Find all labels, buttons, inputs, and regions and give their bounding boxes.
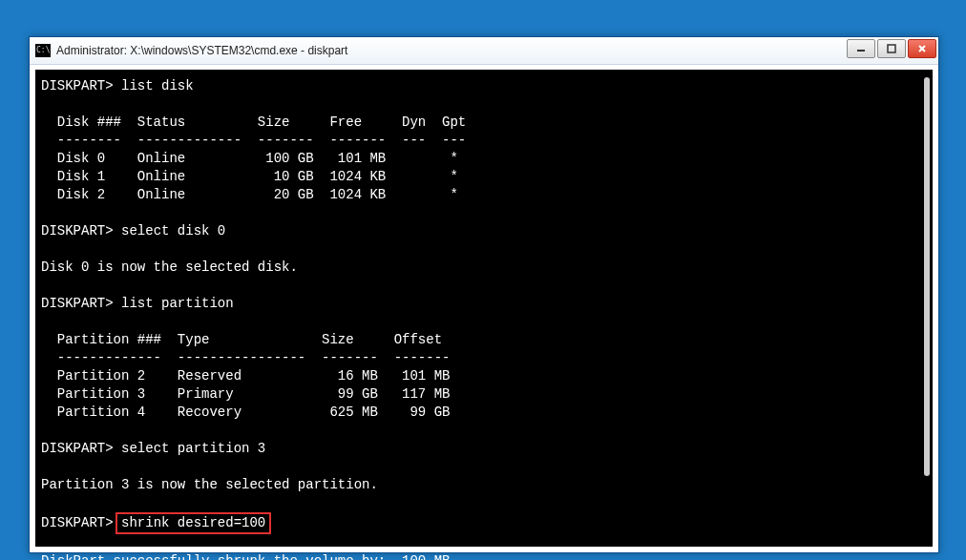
prompt: DISKPART> <box>41 296 114 311</box>
cmd-icon <box>35 44 51 57</box>
prompt: DISKPART> <box>41 515 114 530</box>
window-title: Administrator: X:\windows\SYSTEM32\cmd.e… <box>56 44 347 57</box>
msg-selected-partition: Partition 3 is now the selected partitio… <box>41 477 378 492</box>
minimize-button[interactable] <box>847 39 875 58</box>
cmd-select-disk: select disk 0 <box>121 223 225 239</box>
partition-table-divider: ------------- ---------------- ------- -… <box>41 350 450 365</box>
disk-row: Disk 2 Online 20 GB 1024 KB * <box>41 187 458 202</box>
titlebar[interactable]: Administrator: X:\windows\SYSTEM32\cmd.e… <box>30 37 938 65</box>
prompt: DISKPART> <box>41 223 114 239</box>
partition-row: Partition 4 Recovery 625 MB 99 GB <box>41 404 450 420</box>
disk-table-header: Disk ### Status Size Free Dyn Gpt <box>41 114 466 130</box>
msg-selected-disk: Disk 0 is now the selected disk. <box>41 259 298 275</box>
cmd-select-partition: select partition 3 <box>121 441 265 456</box>
cmd-list-partition: list partition <box>121 296 234 311</box>
maximize-button[interactable] <box>877 39 906 58</box>
partition-row: Partition 2 Reserved 16 MB 101 MB <box>41 368 450 384</box>
cmd-list-disk: list disk <box>121 78 194 93</box>
cmd-window: Administrator: X:\windows\SYSTEM32\cmd.e… <box>29 36 939 553</box>
highlighted-command: shrink desired=100 <box>116 512 271 534</box>
terminal[interactable]: DISKPART> list disk Disk ### Status Size… <box>41 77 917 547</box>
cmd-shrink: shrink desired=100 <box>121 515 265 530</box>
close-button[interactable] <box>908 39 936 58</box>
partition-row: Partition 3 Primary 99 GB 117 MB <box>41 386 450 402</box>
disk-row: Disk 0 Online 100 GB 101 MB * <box>41 151 458 166</box>
client-area: DISKPART> list disk Disk ### Status Size… <box>35 70 933 547</box>
disk-table-divider: -------- ------------- ------- ------- -… <box>41 133 466 148</box>
window-buttons <box>847 39 936 58</box>
prompt: DISKPART> <box>41 78 114 93</box>
disk-row: Disk 1 Online 10 GB 1024 KB * <box>41 169 458 184</box>
prompt: DISKPART> <box>41 441 114 456</box>
msg-shrunk: DiskPart successfully shrunk the volume … <box>41 553 450 560</box>
partition-table-header: Partition ### Type Size Offset <box>41 332 442 347</box>
svg-rect-1 <box>888 45 895 52</box>
scrollbar-thumb[interactable] <box>924 77 930 476</box>
